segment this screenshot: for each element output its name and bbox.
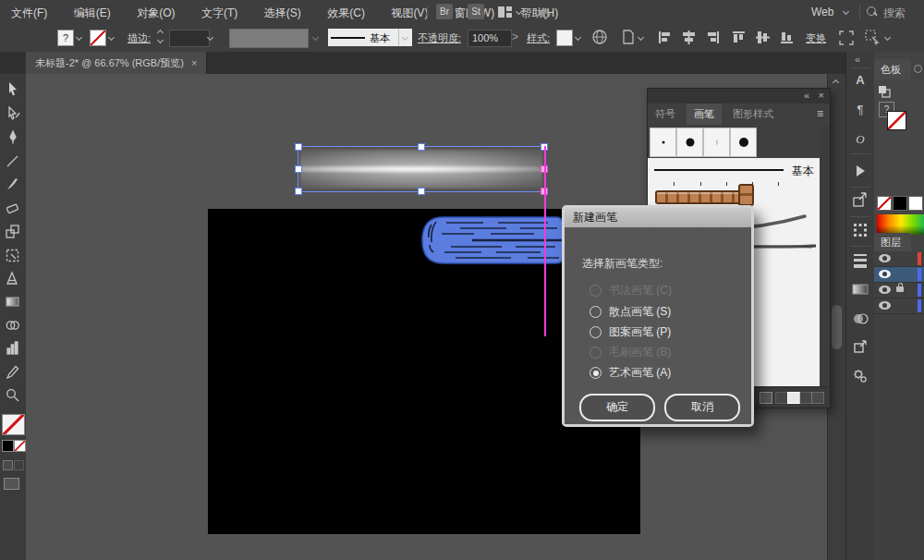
bridge-button[interactable]: Br xyxy=(436,4,453,19)
opentype-panel-icon[interactable]: O xyxy=(852,131,869,148)
radio-art-brush[interactable] xyxy=(590,367,602,379)
gradient-panel-icon[interactable] xyxy=(852,281,869,298)
fill-stroke-proxy-icon[interactable] xyxy=(878,85,893,98)
brush-definition-chevron-button[interactable] xyxy=(398,29,412,46)
search-icon[interactable] xyxy=(867,6,876,16)
radio-art-label[interactable]: 艺术画笔 (A) xyxy=(609,365,671,381)
visibility-eye-icon[interactable] xyxy=(879,286,891,294)
swatch-none[interactable] xyxy=(877,196,892,211)
paragraph-panel-icon[interactable]: ¶ xyxy=(852,102,869,118)
brush-dot-large[interactable] xyxy=(730,128,757,157)
stroke-proxy-none-swatch[interactable] xyxy=(887,111,906,130)
collapse-panel-icon[interactable]: « xyxy=(804,90,809,101)
opacity-field[interactable]: 100% xyxy=(468,30,512,47)
brush-definition-preview[interactable]: 基本 xyxy=(328,29,398,46)
dialog-title-bar[interactable]: 新建画笔 xyxy=(565,208,751,227)
delete-brush-icon[interactable] xyxy=(811,392,824,404)
document-tab-close-icon[interactable]: × xyxy=(191,57,197,68)
selection-handle-n[interactable] xyxy=(418,143,425,151)
stock-button[interactable]: St xyxy=(468,4,484,19)
select-similar-chevron[interactable] xyxy=(884,34,892,42)
character-panel-icon[interactable]: A xyxy=(852,72,869,89)
workspace-chevron[interactable] xyxy=(843,8,850,16)
cancel-button[interactable]: 取消 xyxy=(664,394,740,421)
recolor-artwork-icon[interactable] xyxy=(591,29,608,45)
stroke-weight-field[interactable] xyxy=(169,30,210,47)
align-bottom-icon[interactable] xyxy=(780,30,794,44)
scrollbar-up-arrow[interactable] xyxy=(833,78,840,85)
style-chevron[interactable] xyxy=(575,34,582,42)
layer-row-4[interactable] xyxy=(874,298,924,314)
line-segment-tool[interactable] xyxy=(5,153,21,170)
column-graph-tool[interactable] xyxy=(5,340,21,357)
actions-panel-icon[interactable] xyxy=(852,163,869,179)
opacity-expand-arrow[interactable]: > xyxy=(512,30,518,43)
shaper-eraser-tool[interactable] xyxy=(5,200,21,216)
close-panel-icon[interactable]: × xyxy=(819,90,824,101)
transform-label[interactable]: 变换 xyxy=(806,31,826,45)
brush-row-basic[interactable]: 基本 xyxy=(648,158,820,183)
stroke-panel-icon[interactable] xyxy=(852,251,869,268)
none-color-indicator[interactable] xyxy=(14,440,26,452)
workspace-switcher[interactable]: Web xyxy=(811,6,833,18)
radio-scatter-brush[interactable] xyxy=(590,306,602,318)
layers-tab[interactable]: 图层 xyxy=(874,233,911,251)
lock-icon[interactable] xyxy=(896,286,904,292)
pen-tool[interactable] xyxy=(5,129,21,146)
perspective-tool[interactable] xyxy=(5,271,21,287)
swatches-tab[interactable]: 色板 xyxy=(874,59,911,79)
fill-swatch[interactable]: ? xyxy=(57,30,74,46)
align-right-icon[interactable] xyxy=(706,30,720,44)
stroke-weight-chevron[interactable] xyxy=(207,34,214,42)
gpu-performance-icon[interactable] xyxy=(534,5,553,19)
stroke-color-indicator[interactable] xyxy=(2,440,14,452)
export-panel-icon[interactable] xyxy=(852,192,869,209)
symbols-panel-icon[interactable] xyxy=(852,338,869,355)
radio-pattern-label[interactable]: 图案画笔 (P) xyxy=(609,324,671,340)
scale-tool[interactable] xyxy=(5,224,21,240)
direct-selection-tool[interactable] xyxy=(5,105,21,122)
document-tab[interactable]: 未标题-2* @ 66.67% (RGB/预览) × xyxy=(26,52,207,74)
tab-graphic-styles[interactable]: 图形样式 xyxy=(725,103,781,125)
menu-edit[interactable]: 编辑(E) xyxy=(63,0,122,21)
shape-builder-tool[interactable] xyxy=(5,317,21,334)
stroke-swatch-chevron[interactable] xyxy=(108,34,116,42)
layer-row-1[interactable] xyxy=(874,251,924,267)
isolate-icon[interactable] xyxy=(839,30,854,45)
menu-view[interactable]: 视图(V) xyxy=(380,0,439,21)
tab-symbols[interactable]: 符号 xyxy=(648,103,683,125)
panel-menu-icon[interactable]: ≡ xyxy=(817,107,823,120)
search-field[interactable]: 搜索 xyxy=(883,6,906,21)
brush-libraries-icon[interactable] xyxy=(760,392,772,404)
pencil-tool[interactable] xyxy=(5,364,21,381)
layer-row-3-locked[interactable] xyxy=(874,283,924,298)
screen-mode-icon[interactable] xyxy=(4,478,19,490)
draw-behind-mode-icon[interactable] xyxy=(14,460,24,470)
color-spectrum-bar[interactable] xyxy=(877,214,924,235)
blue-brush-stroke-object[interactable] xyxy=(419,215,565,266)
menu-file[interactable]: 文件(F) xyxy=(0,0,58,21)
document-setup-icon[interactable] xyxy=(621,30,636,44)
align-vcenter-icon[interactable] xyxy=(756,30,770,44)
radio-pattern-brush[interactable] xyxy=(590,326,602,338)
selection-handle-s[interactable] xyxy=(418,188,425,195)
graphic-styles-panel-icon[interactable] xyxy=(852,368,869,384)
swatch-white[interactable] xyxy=(908,196,923,211)
zoom-tool[interactable] xyxy=(5,387,21,404)
free-transform-tool[interactable] xyxy=(5,248,21,264)
arrange-documents-chevron[interactable] xyxy=(516,8,523,16)
selection-handle-sw[interactable] xyxy=(295,188,302,195)
menu-type[interactable]: 文字(T) xyxy=(190,0,249,21)
arrange-documents-icon[interactable] xyxy=(497,6,513,18)
scrollbar-thumb[interactable] xyxy=(832,305,842,349)
fill-color-indicator[interactable] xyxy=(2,414,25,435)
brush-dot-medium[interactable] xyxy=(676,128,703,157)
fill-chevron[interactable] xyxy=(76,34,83,42)
stroke-weight-down[interactable] xyxy=(157,37,164,44)
align-center-icon[interactable] xyxy=(682,30,696,44)
selection-tool[interactable] xyxy=(5,81,21,98)
style-swatch[interactable] xyxy=(556,30,573,46)
layer-row-2-selected[interactable] xyxy=(874,267,924,283)
selection-handle-nw[interactable] xyxy=(295,143,302,151)
menu-object[interactable]: 对象(O) xyxy=(126,0,186,21)
